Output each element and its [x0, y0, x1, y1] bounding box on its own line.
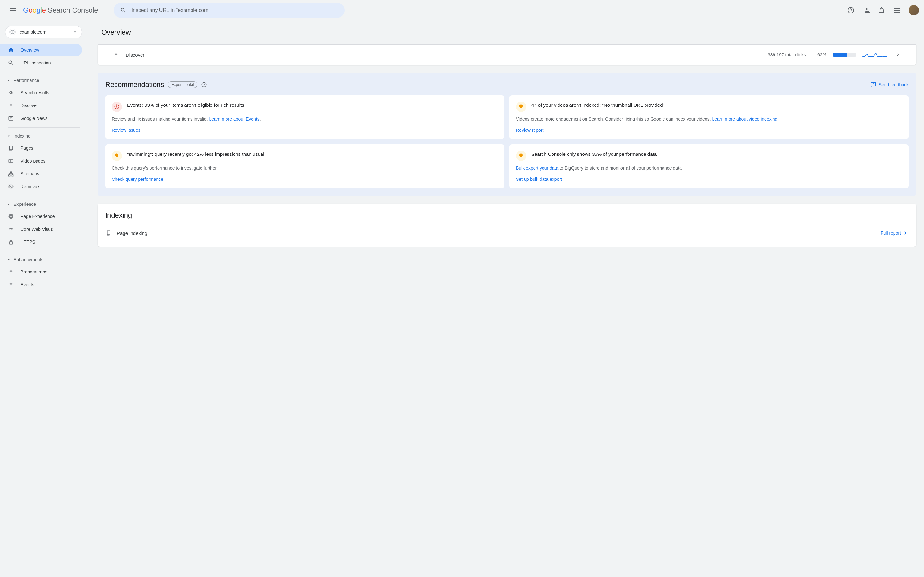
- property-selector[interactable]: example.com: [5, 26, 82, 39]
- feedback-icon: [871, 82, 876, 87]
- user-avatar[interactable]: [909, 5, 919, 15]
- help-icon: [847, 6, 855, 14]
- pages-icon: [105, 230, 111, 236]
- sidebar-item-label: Page Experience: [21, 214, 55, 219]
- sidebar-item-label: Search results: [21, 90, 49, 95]
- reco-action-link[interactable]: Check query performance: [111, 177, 498, 182]
- sidebar-item-url-inspection[interactable]: URL inspection: [0, 56, 82, 69]
- url-inspect-search[interactable]: [113, 3, 344, 18]
- dropdown-icon: [72, 29, 78, 35]
- sidebar-item-https[interactable]: HTTPS: [0, 235, 82, 248]
- section-label: Performance: [13, 78, 39, 83]
- discover-label: Discover: [126, 52, 761, 58]
- reco-body-text: to BigQuery to store and monitor all of …: [558, 165, 682, 171]
- reco-card-body: Videos create more engagement on Search.…: [516, 116, 902, 122]
- recommendation-card[interactable]: Events: 93% of your items aren't eligibl…: [105, 95, 504, 139]
- send-feedback-label: Send feedback: [879, 82, 909, 87]
- recommendation-card[interactable]: "swimming": query recently got 42% less …: [105, 144, 504, 188]
- plus-circle-icon: [8, 213, 14, 219]
- discover-clicks: 389,197 total clicks: [768, 52, 806, 57]
- recommendation-card[interactable]: 47 of your videos aren't indexed: "No th…: [509, 95, 909, 139]
- recommendations-header: Recommendations Experimental ? Send feed…: [105, 81, 909, 89]
- lightbulb-icon: [516, 151, 526, 161]
- send-feedback-link[interactable]: Send feedback: [871, 82, 909, 87]
- notifications-button[interactable]: [875, 4, 888, 17]
- chevron-right-icon: [895, 52, 901, 58]
- reco-card-body: Check this query's performance to invest…: [111, 165, 498, 171]
- sidebar-section-header-indexing[interactable]: Indexing: [0, 130, 87, 142]
- performance-card: Discover 389,197 total clicks 62%: [97, 45, 916, 65]
- svg-rect-7: [9, 175, 10, 176]
- reco-action-link[interactable]: Review report: [516, 127, 902, 133]
- section-label: Enhancements: [13, 257, 43, 262]
- breadcrumbs-icon: [8, 269, 14, 275]
- reco-learn-more-link[interactable]: Learn more about video indexing: [712, 116, 777, 121]
- full-report-label: Full report: [881, 230, 901, 235]
- recommendations-grid: Events: 93% of your items aren't eligibl…: [105, 95, 909, 188]
- sidebar-section-header-experience[interactable]: Experience: [0, 198, 87, 210]
- sidebar-item-search-results[interactable]: G Search results: [0, 86, 82, 99]
- lightbulb-icon: [111, 151, 122, 161]
- sparkline-chart: [863, 51, 888, 59]
- reco-action-link[interactable]: Review issues: [111, 127, 498, 133]
- logo[interactable]: Google Search Console: [23, 6, 98, 15]
- sidebar-item-page-experience[interactable]: Page Experience: [0, 210, 82, 223]
- sidebar-item-removals[interactable]: Removals: [0, 180, 82, 193]
- sidebar-item-pages[interactable]: Pages: [0, 142, 82, 155]
- chevron-down-icon: [6, 78, 11, 83]
- recommendation-card[interactable]: Search Console only shows 35% of your pe…: [509, 144, 909, 188]
- users-button[interactable]: [860, 4, 873, 17]
- sidebar-item-discover[interactable]: Discover: [0, 99, 82, 112]
- sidebar-item-core-web-vitals[interactable]: Core Web Vitals: [0, 223, 82, 235]
- svg-line-11: [11, 229, 12, 230]
- sidebar-section-header-performance[interactable]: Performance: [0, 75, 87, 86]
- sidebar-item-label: Events: [21, 282, 34, 287]
- pages-icon: [8, 145, 14, 151]
- reco-action-link[interactable]: Set up bulk data export: [516, 177, 902, 182]
- sidebar-item-label: HTTPS: [21, 239, 35, 245]
- indexing-title: Indexing: [105, 211, 909, 219]
- search-icon: [120, 7, 126, 13]
- indexing-card: Indexing Page indexing Full report: [97, 203, 916, 247]
- sidebar-section-indexing: Indexing Pages Video pages Sitemaps Remo…: [0, 130, 87, 193]
- sidebar-item-events[interactable]: Events: [0, 278, 82, 291]
- full-report-link[interactable]: Full report: [881, 230, 909, 236]
- news-icon: [8, 115, 14, 121]
- divider: [8, 195, 79, 196]
- section-label: Experience: [13, 201, 36, 207]
- reco-learn-more-link[interactable]: Learn more about Events: [209, 116, 259, 121]
- sidebar-item-breadcrumbs[interactable]: Breadcrumbs: [0, 266, 82, 278]
- sidebar-item-label: Overview: [21, 47, 39, 53]
- reco-card-title: 47 of your videos aren't indexed: "No th…: [531, 102, 664, 112]
- sidebar-item-label: URL inspection: [21, 60, 51, 65]
- reco-learn-more-link[interactable]: Bulk export your data: [516, 165, 558, 171]
- discover-row[interactable]: Discover 389,197 total clicks 62%: [105, 45, 909, 65]
- sidebar-section-performance: Performance G Search results Discover Go…: [0, 75, 87, 125]
- sidebar-item-video-pages[interactable]: Video pages: [0, 155, 82, 167]
- discover-progress: [833, 53, 856, 57]
- sidebar-item-overview[interactable]: Overview: [0, 44, 82, 56]
- chevron-down-icon: [6, 202, 11, 206]
- divider: [8, 251, 79, 251]
- discover-icon: [113, 52, 120, 58]
- apps-button[interactable]: [891, 4, 903, 17]
- removals-icon: [8, 183, 14, 190]
- sidebar-item-sitemaps[interactable]: Sitemaps: [0, 167, 82, 180]
- reco-card-body: Bulk export your data to BigQuery to sto…: [516, 165, 902, 171]
- url-inspect-input[interactable]: [132, 7, 338, 13]
- bell-icon: [878, 6, 885, 14]
- help-button[interactable]: [845, 4, 857, 17]
- sidebar-section-experience: Experience Page Experience Core Web Vita…: [0, 198, 87, 248]
- reco-body-text: Check this query's performance to invest…: [111, 165, 216, 171]
- reco-body-text: Review and fix issues making your items …: [111, 116, 209, 121]
- sitemap-icon: [8, 171, 14, 177]
- recommendations-section: Recommendations Experimental ? Send feed…: [97, 73, 916, 196]
- sidebar-section-header-enhancements[interactable]: Enhancements: [0, 254, 87, 266]
- page-indexing-label: Page indexing: [117, 230, 876, 236]
- hamburger-icon: [9, 6, 17, 14]
- menu-button[interactable]: [5, 3, 21, 18]
- recommendations-help[interactable]: ?: [201, 82, 207, 87]
- sidebar-item-google-news[interactable]: Google News: [0, 112, 82, 125]
- svg-rect-8: [12, 175, 13, 176]
- video-icon: [8, 158, 14, 164]
